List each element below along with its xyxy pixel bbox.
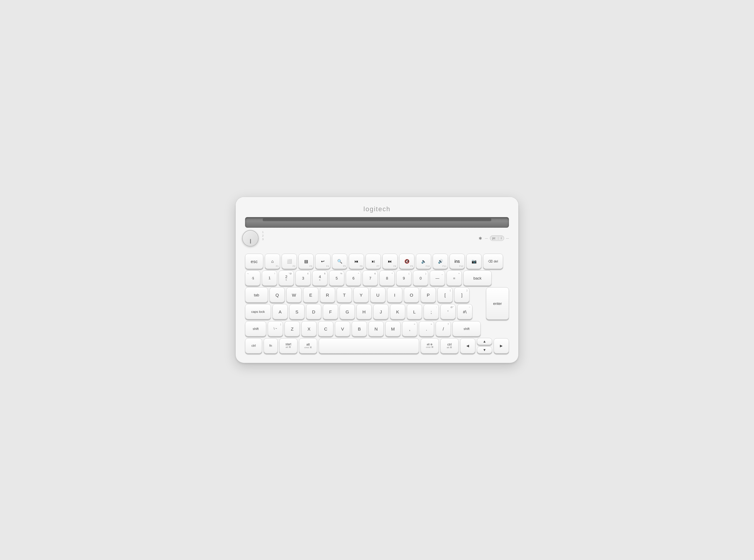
key-sub: cmd ⌘	[304, 346, 312, 349]
key-u[interactable]: U	[370, 287, 386, 302]
key-f3[interactable]: ▤ F3	[298, 254, 314, 269]
key-right[interactable]: ►	[494, 338, 509, 354]
key-w[interactable]: W	[286, 287, 302, 302]
key-6[interactable]: ^ 6	[346, 271, 361, 286]
key-m[interactable]: M	[385, 321, 401, 336]
key-sub: alt ⌘	[286, 346, 291, 348]
key-space[interactable]	[319, 338, 419, 354]
key-close-bracket[interactable]: } ]	[454, 287, 469, 302]
key-icon: 📷	[471, 259, 476, 264]
key-d[interactable]: D	[306, 304, 321, 319]
dial-numbers: 1 2 3	[262, 231, 264, 241]
i-mode-btn[interactable]: i	[501, 237, 502, 240]
key-alt-left[interactable]: alt cmd ⌘	[299, 338, 317, 354]
key-y[interactable]: Y	[353, 287, 369, 302]
brand-logo: logitech	[364, 205, 390, 213]
key-top: )	[425, 272, 426, 275]
key-7[interactable]: & 7	[363, 271, 378, 286]
key-fn[interactable]: fn	[264, 338, 278, 354]
key-s[interactable]: S	[289, 304, 305, 319]
key-up[interactable]: ▲	[477, 338, 492, 345]
key-c[interactable]: C	[318, 321, 333, 336]
key-label: 7	[369, 276, 371, 280]
key-i[interactable]: I	[387, 287, 402, 302]
key-enter[interactable]: enter	[486, 287, 509, 320]
key-backtick[interactable]: ¬ ·§	[245, 271, 260, 286]
key-f4[interactable]: ↩ F4	[315, 254, 330, 269]
key-2[interactable]: "@ 2 €	[279, 271, 294, 286]
key-1[interactable]: ! 1	[262, 271, 277, 286]
key-f10[interactable]: 🔈 F10	[416, 254, 431, 269]
key-f12[interactable]: ins F12	[449, 254, 465, 269]
key-f11[interactable]: 🔊 F11	[433, 254, 448, 269]
key-open-bracket[interactable]: { [	[437, 287, 453, 302]
key-f[interactable]: F	[323, 304, 338, 319]
key-ins[interactable]: 📷	[466, 254, 482, 269]
key-5[interactable]: % 5	[329, 271, 344, 286]
key-label: \ ~	[273, 327, 277, 330]
key-semicolon[interactable]: : ;	[424, 304, 439, 319]
key-slash[interactable]: ? /	[435, 321, 451, 336]
dial-circle[interactable]	[242, 230, 259, 246]
key-tab[interactable]: tab	[245, 287, 268, 302]
key-backslash[interactable]: ~ #\	[457, 304, 472, 319]
key-period[interactable]: > .	[419, 321, 434, 336]
key-0[interactable]: ) 0	[413, 271, 428, 286]
key-alt-right[interactable]: alt ⊕ cmd ⌘	[421, 338, 439, 354]
key-del[interactable]: ⌫ del	[483, 254, 503, 269]
key-f7[interactable]: ⏯ F7	[366, 254, 381, 269]
key-n[interactable]: N	[368, 321, 384, 336]
key-ctrl-left[interactable]: ctrl	[245, 338, 262, 354]
key-label: 2	[285, 275, 287, 279]
key-v[interactable]: V	[335, 321, 350, 336]
key-b[interactable]: B	[352, 321, 367, 336]
key-r[interactable]: R	[320, 287, 335, 302]
key-f2[interactable]: ⬜ F2	[282, 254, 297, 269]
key-equals[interactable]: + =	[447, 271, 462, 286]
key-label: start	[285, 343, 291, 346]
key-caps-lock[interactable]: caps lock	[245, 304, 271, 319]
key-e[interactable]: E	[303, 287, 319, 302]
key-backspace[interactable]: back	[463, 271, 492, 286]
key-4[interactable]: $ 4 €	[312, 271, 327, 286]
key-k[interactable]: K	[390, 304, 405, 319]
key-9[interactable]: ( 9	[396, 271, 411, 286]
key-label: Z	[291, 327, 293, 331]
key-z[interactable]: Z	[285, 321, 300, 336]
key-h[interactable]: H	[356, 304, 372, 319]
key-x[interactable]: X	[301, 321, 317, 336]
key-t[interactable]: T	[337, 287, 352, 302]
key-comma[interactable]: < ,	[402, 321, 417, 336]
key-quote[interactable]: @" '	[440, 304, 456, 319]
key-left[interactable]: ◄	[460, 338, 475, 354]
key-shift-left[interactable]: shift	[245, 321, 266, 336]
key-f1[interactable]: ⌂ F1	[265, 254, 280, 269]
key-label: shift	[253, 327, 259, 331]
key-g[interactable]: G	[340, 304, 355, 319]
key-o[interactable]: O	[404, 287, 419, 302]
key-start[interactable]: start alt ⌘	[279, 338, 298, 354]
key-shift-right[interactable]: shift	[452, 321, 481, 336]
key-ctrl-right[interactable]: ctrl alt ⌘	[440, 338, 458, 354]
key-pipe[interactable]: | \ ~	[268, 321, 283, 336]
key-l[interactable]: L	[407, 304, 422, 319]
key-3[interactable]: £ 3	[296, 271, 311, 286]
key-f5[interactable]: 🔍 F5	[332, 254, 347, 269]
key-p[interactable]: P	[421, 287, 436, 302]
key-f8[interactable]: ⏭ F8	[382, 254, 398, 269]
key-down[interactable]: ▼	[477, 346, 492, 354]
key-a[interactable]: A	[272, 304, 288, 319]
easy-switch-dial[interactable]: 1 2 3	[242, 230, 259, 246]
key-label: ▼	[483, 348, 486, 352]
key-icon: 🔇	[404, 259, 409, 264]
key-f9[interactable]: 🔇 F9	[399, 254, 414, 269]
key-sub: alt ⌘	[447, 346, 452, 349]
pc-mode-btn[interactable]: pc	[492, 237, 496, 240]
key-label: ;	[431, 309, 432, 314]
key-minus[interactable]: _ —	[430, 271, 445, 286]
key-q[interactable]: Q	[269, 287, 285, 302]
key-j[interactable]: J	[373, 304, 388, 319]
key-esc[interactable]: esc	[245, 254, 263, 269]
key-f6[interactable]: ⏮ F6	[349, 254, 364, 269]
key-8[interactable]: * 8	[379, 271, 395, 286]
